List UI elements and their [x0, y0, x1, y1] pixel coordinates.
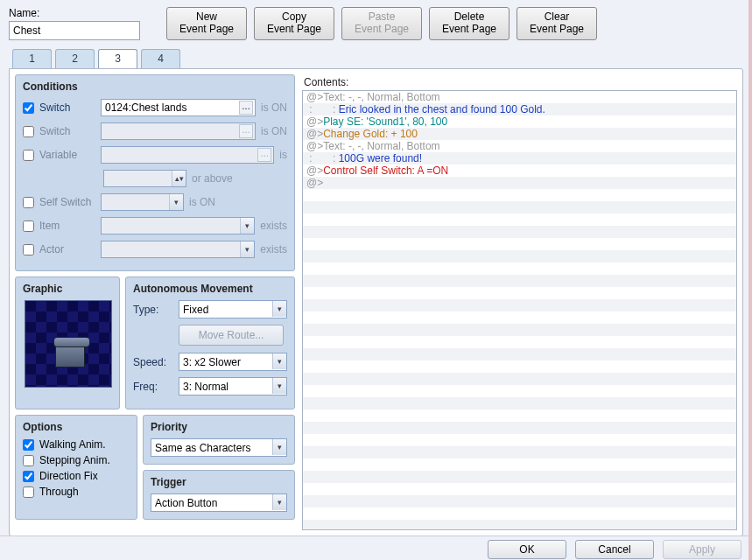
variable-field: …	[101, 146, 274, 164]
item-checkbox[interactable]	[23, 220, 34, 232]
chevron-down-icon: ▾	[272, 301, 286, 317]
chevron-down-icon: ▾	[240, 218, 254, 234]
event-command-line[interactable]: @>Change Gold: + 100	[303, 128, 736, 140]
clear-event-page-button[interactable]: ClearEvent Page	[517, 7, 597, 40]
switch1-label: Switch	[39, 102, 101, 114]
actor-field: ▾	[101, 241, 255, 258]
ellipsis-icon: …	[257, 148, 271, 162]
conditions-group: Conditions Switch 0124:Chest lands… is O…	[15, 74, 295, 271]
tab-3[interactable]: 3	[98, 49, 137, 68]
variable-label: Variable	[39, 149, 101, 161]
event-command-line[interactable]: @>Play SE: 'Sound1', 80, 100	[303, 116, 736, 128]
move-route-button: Move Route...	[179, 325, 284, 346]
ellipsis-icon: …	[239, 124, 253, 138]
chevron-down-icon: ▾	[272, 378, 286, 394]
actor-checkbox[interactable]	[23, 244, 34, 256]
selfswitch-label: Self Switch	[39, 196, 101, 208]
contents-label: Contents:	[304, 76, 737, 88]
graphic-image[interactable]	[25, 300, 112, 388]
walking-anim-checkbox[interactable]	[23, 439, 34, 451]
contents-list[interactable]: @>Text: -, -, Normal, Bottom : : Eric lo…	[302, 90, 737, 530]
switch1-checkbox[interactable]	[23, 102, 34, 114]
trigger-select[interactable]: Action Button▾	[151, 494, 287, 512]
graphic-group: Graphic	[15, 276, 120, 410]
apply-button: Apply	[663, 540, 741, 559]
variable-checkbox[interactable]	[23, 150, 34, 161]
speed-select[interactable]: 3: x2 Slower▾	[179, 353, 287, 371]
switch2-label: Switch	[39, 125, 101, 137]
paste-event-page-button: PasteEvent Page	[341, 7, 422, 40]
dialog-footer: OK Cancel Apply	[0, 536, 752, 560]
autonomous-title: Autonomous Movement	[133, 283, 287, 295]
tab-2[interactable]: 2	[55, 49, 95, 68]
selfswitch-field: ▾	[101, 193, 184, 211]
trigger-group: Trigger Action Button▾	[143, 470, 295, 520]
new-event-page-button[interactable]: NewEvent Page	[166, 7, 247, 40]
chevron-down-icon: ▾	[272, 494, 286, 510]
direction-fix-checkbox[interactable]	[23, 471, 34, 482]
selfswitch-checkbox[interactable]	[23, 197, 34, 208]
tab-4[interactable]: 4	[141, 49, 180, 68]
stepping-anim-checkbox[interactable]	[23, 455, 34, 466]
tab-1[interactable]: 1	[12, 49, 52, 68]
copy-event-page-button[interactable]: CopyEvent Page	[254, 7, 334, 40]
priority-group: Priority Same as Characters▾	[143, 415, 295, 465]
variable-value-field: ▴▾	[103, 170, 186, 187]
trigger-title: Trigger	[151, 476, 287, 488]
switch2-field: …	[101, 122, 256, 140]
actor-label: Actor	[39, 243, 101, 256]
type-select[interactable]: Fixed▾	[179, 300, 287, 318]
delete-event-page-button[interactable]: DeleteEvent Page	[429, 7, 510, 40]
options-title: Options	[23, 421, 130, 433]
switch2-checkbox[interactable]	[23, 126, 34, 137]
graphic-title: Graphic	[23, 283, 112, 295]
autonomous-movement-group: Autonomous Movement Type: Fixed▾ Move Ro…	[125, 276, 295, 410]
item-label: Item	[39, 220, 101, 232]
through-checkbox[interactable]	[23, 486, 34, 498]
priority-select[interactable]: Same as Characters▾	[151, 438, 287, 457]
cancel-button[interactable]: Cancel	[575, 540, 654, 559]
event-command-line[interactable]: @>	[303, 177, 736, 189]
priority-title: Priority	[151, 421, 287, 433]
event-command-line[interactable]: @>Text: -, -, Normal, Bottom	[303, 140, 736, 152]
chevron-down-icon: ▾	[169, 194, 183, 210]
switch1-field[interactable]: 0124:Chest lands…	[101, 99, 256, 116]
chevron-down-icon: ▾	[272, 439, 286, 455]
chevron-down-icon: ▾	[240, 242, 254, 257]
event-command-line[interactable]: @>Text: -, -, Normal, Bottom	[303, 91, 736, 103]
name-input[interactable]	[9, 21, 140, 40]
event-page-tabs: 1 2 3 4	[12, 49, 743, 68]
conditions-title: Conditions	[23, 80, 287, 93]
event-command-line[interactable]: : : 100G were found!	[303, 152, 736, 164]
name-label: Name:	[9, 7, 140, 19]
item-field: ▾	[101, 217, 255, 234]
event-command-line[interactable]: : : Eric looked in the chest and found 1…	[303, 103, 736, 116]
spinner-icon: ▴▾	[172, 171, 186, 186]
ok-button[interactable]: OK	[488, 540, 566, 559]
chevron-down-icon: ▾	[272, 354, 286, 369]
options-group: Options Walking Anim. Stepping Anim. Dir…	[15, 415, 137, 520]
chest-sprite-icon	[55, 343, 85, 368]
ellipsis-icon[interactable]: …	[239, 101, 253, 115]
event-command-line[interactable]: @>Control Self Switch: A =ON	[303, 164, 736, 177]
freq-select[interactable]: 3: Normal▾	[179, 377, 287, 396]
